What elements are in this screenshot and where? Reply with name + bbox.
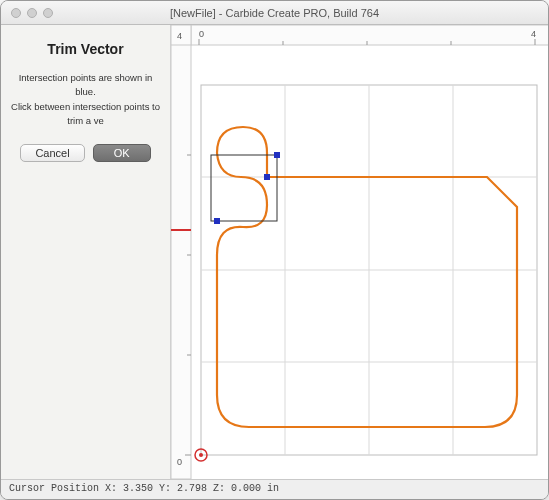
intersection-point[interactable] [274,152,280,158]
ruler-left [171,25,191,479]
close-window-icon[interactable] [11,8,21,18]
panel-instructions: Intersection points are shown in blue. C… [9,71,162,128]
trim-vector-panel: Trim Vector Intersection points are show… [1,25,171,479]
titlebar: [NewFile] - Carbide Create PRO, Build 76… [1,1,548,25]
ruler-top-label: 4 [531,29,536,39]
cancel-button[interactable]: Cancel [20,144,84,162]
app-window: [NewFile] - Carbide Create PRO, Build 76… [0,0,549,500]
zoom-window-icon[interactable] [43,8,53,18]
ruler-left-label: 0 [177,457,182,467]
status-cursor-position: Cursor Position X: 3.350 Y: 2.798 Z: 0.0… [9,483,279,494]
panel-instruction-line: Intersection points are shown in blue. [9,71,162,100]
canvas-area[interactable]: 0 4 4 0 [171,25,548,479]
status-bar: Cursor Position X: 3.350 Y: 2.798 Z: 0.0… [1,479,548,499]
canvas-svg[interactable]: 0 4 4 0 [171,25,548,479]
window-controls [1,8,53,18]
intersection-point[interactable] [264,174,270,180]
panel-button-row: Cancel OK [20,144,150,162]
ruler-top-label: 0 [199,29,204,39]
window-title: [NewFile] - Carbide Create PRO, Build 76… [1,7,548,19]
panel-heading: Trim Vector [47,41,123,57]
svg-point-16 [199,453,203,457]
minimize-window-icon[interactable] [27,8,37,18]
ruler-left-label: 4 [177,31,182,41]
ok-button[interactable]: OK [93,144,151,162]
intersection-point[interactable] [214,218,220,224]
panel-instruction-line: Click between intersection points to tri… [9,100,162,129]
ruler-top [171,25,548,45]
window-body: Trim Vector Intersection points are show… [1,25,548,479]
